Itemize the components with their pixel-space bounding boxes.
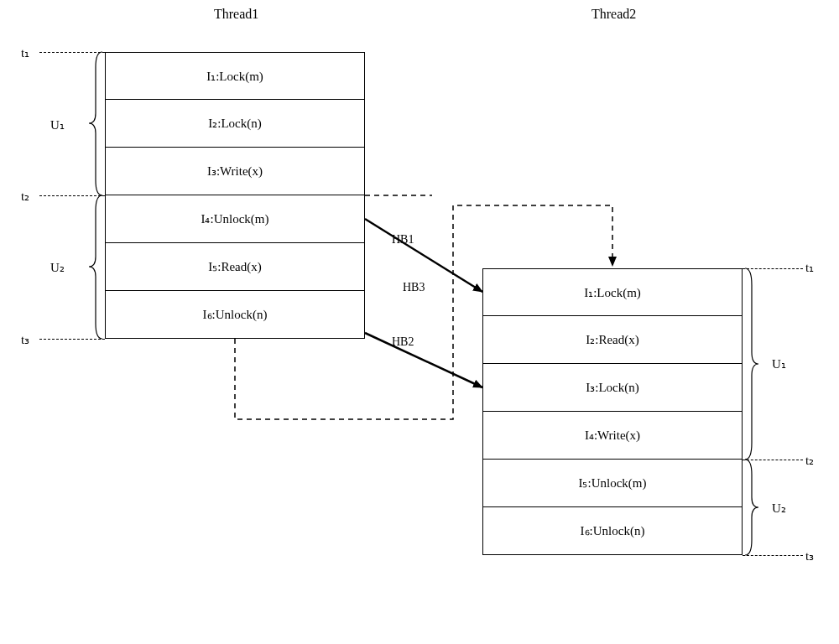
hb2-label: HB2: [392, 335, 414, 349]
t1-left-dash: [39, 52, 105, 53]
diagram-canvas: Thread1 Thread2 t₁ t₂ t₃ U₁ U₂ t₁ t₂ t₃ …: [0, 0, 839, 644]
thread2-row: I₆:Unlock(n): [482, 507, 743, 555]
thread1-row: I₃:Write(x): [105, 148, 365, 195]
hb1-label: HB1: [392, 233, 414, 247]
thread1-header: Thread1: [214, 7, 258, 22]
thread2-row: I₄:Write(x): [482, 412, 743, 460]
t1-right-dash: [743, 268, 803, 269]
t3-right-label: t₃: [805, 548, 814, 564]
t2-left-dash: [39, 195, 105, 196]
thread2-row: I₂:Read(x): [482, 316, 743, 364]
thread1-row: I₂:Lock(n): [105, 100, 365, 148]
thread1-row: I₅:Read(x): [105, 243, 365, 291]
thread2-row: I₁:Lock(m): [482, 268, 743, 316]
t2-left-label: t₂: [21, 189, 29, 204]
t3-left-dash: [39, 339, 105, 340]
hb3-label: HB3: [403, 281, 425, 294]
thread2-row: I₅:Unlock(m): [482, 460, 743, 507]
t1-right-label: t₁: [805, 260, 814, 275]
t1-left-label: t₁: [21, 45, 29, 60]
thread2-header: Thread2: [591, 7, 636, 22]
u1-left-label: U₁: [50, 117, 65, 132]
u2-left-label: U₂: [50, 260, 65, 275]
thread2-row: I₃:Lock(n): [482, 364, 743, 412]
t3-right-dash: [743, 555, 803, 556]
thread1-row: I₁:Lock(m): [105, 52, 365, 100]
u1-right-label: U₁: [772, 356, 786, 371]
thread1-row: I₆:Unlock(n): [105, 291, 365, 339]
thread1-row: I₄:Unlock(m): [105, 195, 365, 243]
svg-line-1: [365, 333, 482, 387]
t2-right-dash: [743, 460, 803, 460]
t2-right-label: t₂: [805, 453, 814, 468]
u2-right-label: U₂: [772, 501, 786, 516]
t3-left-label: t₃: [21, 332, 29, 347]
